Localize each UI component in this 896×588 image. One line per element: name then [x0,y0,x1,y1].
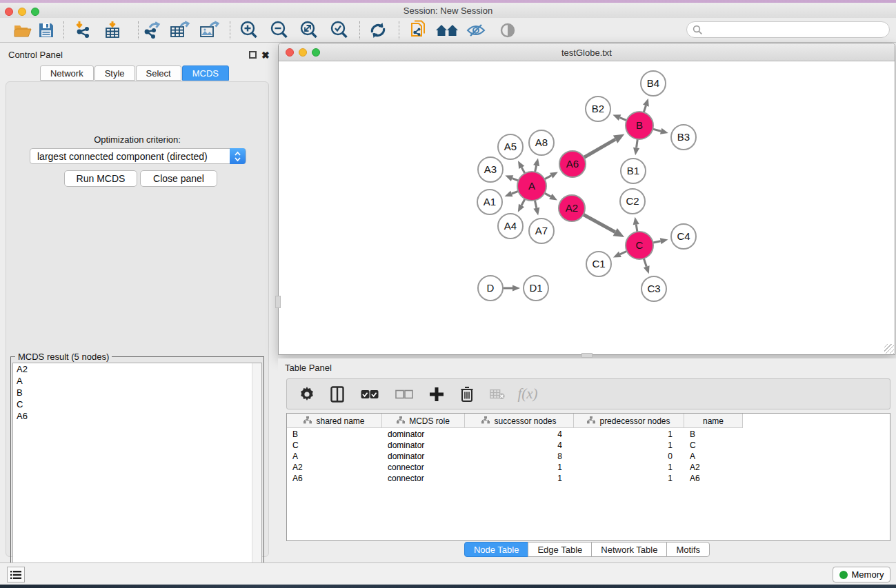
split-divider-grip-bottom[interactable] [581,353,593,358]
graph-node-A3[interactable]: A3 [478,157,503,182]
column-header-successor-nodes[interactable]: successor nodes [465,414,574,428]
graph-node-A5[interactable]: A5 [498,134,523,159]
close-panel-button[interactable]: Close panel [140,170,217,187]
graph-node-D[interactable]: D [478,276,503,301]
zoom-out-icon[interactable] [268,20,291,41]
export-image-icon[interactable] [198,20,221,41]
table-row[interactable]: A6connector11A6 [287,473,743,484]
table-row[interactable]: Adominator80A [287,451,743,462]
column-header-predecessor-nodes[interactable]: predecessor nodes [574,414,684,428]
mcds-result-item[interactable]: C [13,398,261,410]
zoom-selected-icon[interactable] [328,20,351,41]
graph-arrowhead [643,99,649,107]
table-row[interactable]: A2connector11A2 [287,462,743,473]
memory-button[interactable]: Memory [833,567,890,582]
graph-node-B4[interactable]: B4 [641,71,666,96]
result-list-scrollbar[interactable] [252,363,261,588]
graph-edge-A6-B[interactable] [583,139,615,158]
clone-network-icon[interactable] [407,20,430,41]
graph-node-B[interactable]: B [626,112,653,139]
graph-node-C[interactable]: C [626,232,653,259]
add-column-icon[interactable] [429,386,444,403]
open-file-icon[interactable] [11,20,34,41]
column-header-shared-name[interactable]: shared name [287,414,382,428]
criterion-select[interactable]: largest connected component (directed) [30,148,246,164]
table-cell: 8 [465,451,574,462]
window-resize-grip[interactable] [884,344,894,354]
graph-node-C1[interactable]: C1 [586,252,611,276]
svg-text:B: B [636,119,643,131]
mcds-result-frame: MCDS result (5 nodes) A2ABCA6 [10,356,264,588]
mcds-result-item[interactable]: B [13,387,261,398]
split-divider-grip-left[interactable] [275,296,281,308]
hide-panel-eye-icon[interactable] [464,20,488,41]
table-row[interactable]: Bdominator41B [287,429,743,440]
deselect-all-icon[interactable] [395,386,414,403]
column-header-label: MCDS role [409,416,450,426]
graph-arrowhead [512,285,520,291]
toolbar-separator [63,21,64,39]
table-cell: 1 [574,440,684,451]
network-window-titlebar[interactable]: testGlobe.txt [279,43,895,61]
export-network-icon[interactable] [140,20,163,41]
function-builder-icon[interactable]: f(x) [520,386,535,403]
float-panel-icon[interactable] [249,51,257,59]
graph-node-A6[interactable]: A6 [559,151,586,177]
close-panel-icon[interactable]: ✖ [261,50,270,60]
graph-node-A8[interactable]: A8 [529,130,554,155]
column-header-name[interactable]: name [684,414,743,428]
zoom-in-icon[interactable] [237,20,261,41]
column-header-MCDS-role[interactable]: MCDS role [382,414,465,428]
control-tab-mcds[interactable]: MCDS [182,65,229,81]
table-tab-edge-table[interactable]: Edge Table [528,542,592,557]
svg-text:A8: A8 [535,136,548,148]
control-tab-style[interactable]: Style [94,65,135,81]
graph-node-B3[interactable]: B3 [671,125,696,150]
delete-table-icon[interactable] [490,386,505,403]
table-tab-network-table[interactable]: Network Table [591,542,667,557]
graph-edge-A2-C[interactable] [582,214,615,232]
table-cell: B [684,429,743,440]
export-table-icon[interactable] [168,20,192,41]
control-tab-network[interactable]: Network [40,65,94,81]
graph-node-A7[interactable]: A7 [529,219,554,243]
mcds-tab-content: Optimization criterion: largest connecte… [6,81,269,557]
select-all-icon[interactable] [360,386,379,403]
table-panel: Table Panel ✖ f(x) [278,358,896,562]
graph-node-C2[interactable]: C2 [620,189,645,214]
graph-node-B1[interactable]: B1 [621,159,646,183]
graph-node-C4[interactable]: C4 [671,224,696,249]
save-session-icon[interactable] [34,20,58,41]
apply-layout-icon[interactable] [366,20,390,41]
mcds-result-item[interactable]: A2 [13,363,261,375]
table-body: Bdominator41BCdominator41CAdominator80AA… [287,429,743,484]
graph-node-A2[interactable]: A2 [559,195,585,221]
graph-node-A1[interactable]: A1 [477,190,502,214]
table-cell: connector [382,473,465,484]
network-canvas[interactable]: B4B2BB3A5A8A6A3B1AA1C2A2A4A7C4CC1C3DD1 [279,61,895,354]
import-table-icon[interactable] [101,20,125,41]
table-row[interactable]: Cdominator41C [287,440,743,451]
run-mcds-button[interactable]: Run MCDS [64,170,137,187]
graph-node-B2[interactable]: B2 [586,97,610,121]
mcds-result-list[interactable]: A2ABCA6 [12,363,262,588]
graph-node-A[interactable]: A [517,172,546,201]
graph-node-A4[interactable]: A4 [498,214,523,239]
graph-node-C3[interactable]: C3 [641,276,666,301]
zoom-fit-icon[interactable] [297,20,321,41]
mcds-result-item[interactable]: A6 [13,410,261,422]
show-columns-icon[interactable] [330,386,345,403]
table-settings-gear-icon[interactable] [299,386,315,403]
table-cell: dominator [382,440,465,451]
import-network-icon[interactable] [72,20,95,41]
delete-column-trash-icon[interactable] [459,386,475,403]
mcds-result-item[interactable]: A [13,375,261,387]
search-input[interactable] [686,21,890,38]
task-history-button[interactable] [7,567,25,582]
graph-node-D1[interactable]: D1 [524,276,548,301]
show-graphics-details-eye-icon[interactable] [496,20,519,41]
cybrowser-home-icon[interactable] [435,20,459,41]
table-tab-motifs[interactable]: Motifs [666,542,710,557]
table-tab-node-table[interactable]: Node Table [464,542,529,557]
control-tab-select[interactable]: Select [136,65,181,81]
